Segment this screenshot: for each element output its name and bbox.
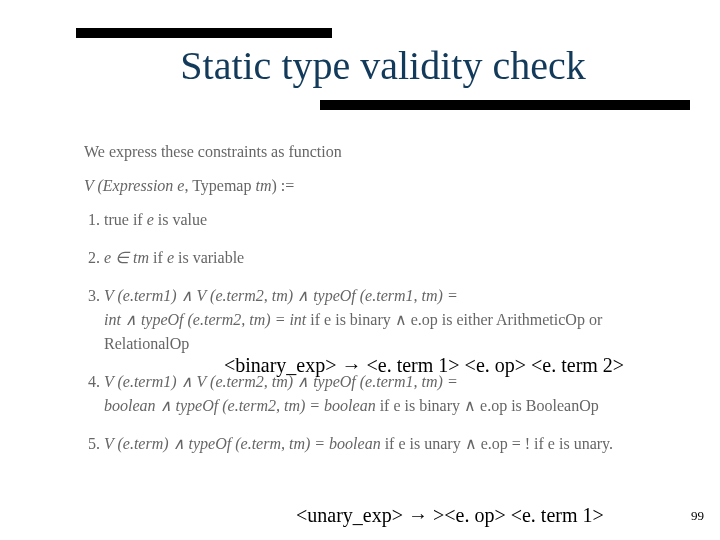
r1-e: e (147, 211, 154, 228)
rule-3: V (e.term1) ∧ V (e.term2, tm) ∧ typeOf (… (104, 284, 690, 356)
r3-l2a: int ∧ typeOf (e.term2, tm) = int (104, 311, 306, 328)
r4-l2b: if e is binary ∧ e.op is BooleanOp (376, 397, 599, 414)
rule-2: e ∈ tm if e is variable (104, 246, 690, 270)
r2-e2: e (167, 249, 174, 266)
a1-b: <e. term 1> <e. op> <e. term 2> (362, 354, 625, 376)
a2-b: ><e. op> <e. term 1> (428, 504, 604, 526)
content-body: We express these constraints as function… (84, 140, 690, 470)
vdecl-a: V (Expression (84, 177, 177, 194)
right-arrow-icon: → (342, 354, 362, 376)
a1-a: <binary_exp> (224, 354, 342, 376)
r4-l2a: boolean ∧ typeOf (e.term2, tm) = boolean (104, 397, 376, 414)
rule-4: V (e.term1) ∧ V (e.term2, tm) ∧ typeOf (… (104, 370, 690, 418)
rule-1: true if e is value (104, 208, 690, 232)
r3-l3: RelationalOp (104, 335, 189, 352)
slide: Static type validity check We express th… (0, 0, 720, 540)
vdecl-mid: , Typemap (184, 177, 255, 194)
page-number: 99 (691, 508, 704, 524)
rule-5: V (e.term) ∧ typeOf (e.term, tm) = boole… (104, 432, 690, 456)
decorative-bar-below-title (320, 100, 690, 110)
slide-title: Static type validity check (76, 42, 690, 89)
r2-c: is variable (174, 249, 244, 266)
v-decl: V (Expression e, Typemap tm) := (84, 174, 690, 198)
r2-e: e ∈ tm (104, 249, 149, 266)
decorative-bar-top (76, 28, 332, 38)
r5-b: if e is unary ∧ e.op = ! if e is unary. (381, 435, 613, 452)
r3-l1: V (e.term1) ∧ V (e.term2, tm) ∧ typeOf (… (104, 287, 458, 304)
right-arrow-icon: → (408, 504, 428, 526)
r5-e: V (e.term) ∧ typeOf (e.term, tm) = boole… (104, 435, 381, 452)
annotation-binary-exp: <binary_exp> → <e. term 1> <e. op> <e. t… (224, 354, 624, 377)
vdecl-r: ) := (271, 177, 294, 194)
r3-l2b: if e is binary ∧ e.op is either Arithmet… (306, 311, 602, 328)
r2-b: if (149, 249, 167, 266)
rule-list: true if e is value e ∈ tm if e is variab… (84, 208, 690, 456)
a2-a: <unary_exp> (296, 504, 408, 526)
r1-a: true if (104, 211, 147, 228)
r1-b: is value (154, 211, 207, 228)
vdecl-tm: tm (255, 177, 271, 194)
intro-line: We express these constraints as function (84, 140, 690, 164)
annotation-unary-exp: <unary_exp> → ><e. op> <e. term 1> (296, 504, 604, 527)
